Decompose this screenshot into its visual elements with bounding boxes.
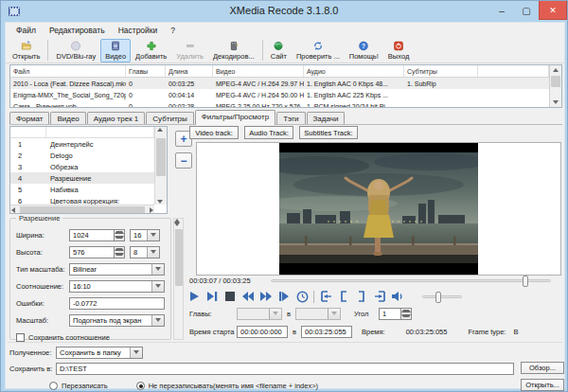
subtitles-track-button[interactable]: Subtitles Track: [299,126,358,139]
scroll-thumb[interactable] [156,138,166,176]
table-row[interactable]: Enigma-MMX_The_Social_Song_720p... 0 00:… [10,89,549,100]
height-mod-select[interactable]: 8 [130,246,160,258]
width-mod-select[interactable]: 16 [130,229,160,241]
filter-item-crop[interactable]: 3Обрезка [10,161,154,172]
zoom-select[interactable]: Подогнать под экран [69,314,165,327]
video-track-button[interactable]: Video track: [189,126,239,139]
table-row[interactable]: 2010 - Loca (Feat. Dizzee Rascal).mkv 0 … [10,78,549,89]
scroll-up-icon[interactable] [157,128,163,132]
chevron-down-icon[interactable] [151,281,164,292]
overwrite-radio[interactable] [49,382,58,390]
mark-in-icon[interactable] [319,290,332,303]
keep-ratio-checkbox[interactable] [16,333,25,342]
menu-settings[interactable]: Настройки [112,24,165,37]
tab-video[interactable]: Видео [50,112,85,125]
mark-out-icon[interactable] [373,290,386,303]
column-subtitles[interactable]: Субтитры [404,65,478,77]
end-time-input[interactable] [301,326,352,338]
start-time-input[interactable] [237,326,288,338]
minimize-button[interactable]: – [489,1,514,20]
bracket-close-icon[interactable] [355,290,368,303]
next-frame-icon[interactable] [205,290,219,303]
filter-item-delogo[interactable]: 2Delogo [10,150,154,161]
maximize-button[interactable]: ▢ [514,1,539,20]
scroll-thumb[interactable] [20,206,145,213]
play-icon[interactable] [187,290,201,303]
seek-slider[interactable] [271,279,551,282]
help-button[interactable]: ? Помощь! [345,39,383,62]
ratio-select[interactable]: 16:10 [69,280,165,293]
tab-audio-track-1[interactable]: Аудио трек 1 [87,112,146,125]
clock-icon[interactable] [295,290,309,303]
column-length[interactable]: Длина [166,65,213,77]
chevron-down-icon[interactable] [151,315,164,326]
column-chapters[interactable]: Главы [126,65,166,77]
website-button[interactable]: Сайт [266,39,292,62]
menu-help[interactable]: ? [164,24,182,37]
open-folder-button[interactable]: Открыть... [521,379,564,391]
tab-tasks[interactable]: Задачи [307,112,346,125]
chevron-down-icon[interactable] [151,264,164,275]
decode-button[interactable]: Декодиров... [208,39,259,62]
video-button[interactable]: Видео [100,39,131,62]
forward-icon[interactable] [259,290,273,303]
chevron-down-icon[interactable] [130,347,142,358]
seek-thumb[interactable] [523,276,528,287]
table-scrollbar[interactable] [549,65,561,107]
chevron-down-icon[interactable] [147,247,159,258]
output-mode-select[interactable]: Сохранить в папку [56,347,143,359]
tab-subtitles[interactable]: Субтитры [146,112,193,125]
scroll-right-icon[interactable] [150,207,153,213]
filter-item-padding[interactable]: 5Набивка [10,184,154,195]
check-updates-button[interactable]: Проверить ... [292,39,345,62]
rewind-icon[interactable] [241,290,255,303]
scroll-down-icon[interactable] [157,200,163,204]
menu-file[interactable]: Файл [9,24,43,37]
column-file[interactable]: Файл [10,65,126,77]
remove-filter-button[interactable]: − [175,152,192,169]
table-row[interactable]: Сама - Румыния.vob 0 00:02:28 MPEG-2 25.… [10,100,549,108]
angle-input[interactable] [379,308,401,320]
tab-format[interactable]: Формат [9,112,49,125]
settings-scrollbar[interactable] [173,218,184,340]
volume-thumb[interactable] [435,292,441,303]
width-stepper[interactable] [69,229,125,241]
column-audio[interactable]: Аудио [304,65,404,77]
filter-item-deinterlace[interactable]: 1Деинтерлейс [10,138,154,150]
height-input[interactable] [69,246,115,258]
save-path-input[interactable] [56,363,514,375]
open-button[interactable]: Открыть [8,39,44,62]
angle-stepper[interactable] [379,308,412,320]
no-overwrite-radio[interactable] [136,382,145,390]
scroll-down-icon[interactable] [174,223,183,226]
browse-button[interactable]: Обзор... [521,362,564,374]
filter-item-resolution[interactable]: 4Разрешение [10,172,154,184]
tab-filters-preview[interactable]: Фильтры/Просмотр [195,110,275,125]
chevron-down-icon[interactable] [147,230,159,241]
add-button[interactable]: Добавить [131,39,171,62]
column-video[interactable]: Видео [213,65,304,77]
bracket-open-icon[interactable] [337,290,350,303]
stop-icon[interactable] [223,290,237,303]
filter-list-hscrollbar[interactable] [10,205,154,213]
scroll-down-icon[interactable] [550,98,561,107]
width-input[interactable] [69,229,115,241]
scroll-thumb[interactable] [551,76,560,87]
height-stepper[interactable] [69,246,125,258]
tab-tags[interactable]: Тэги [276,112,305,125]
scroll-thumb[interactable] [175,229,183,286]
volume-icon[interactable] [391,290,404,303]
dvd-bluray-button[interactable]: DVD/Blu-ray [51,39,100,62]
scroll-up-icon[interactable] [550,65,561,75]
volume-slider[interactable] [422,295,462,298]
close-button[interactable]: ✕ [539,1,567,20]
audio-track-button[interactable]: Audio Track: [244,126,293,139]
exit-button[interactable]: Выход [383,39,414,62]
video-frame[interactable] [279,143,478,275]
scale-type-select[interactable]: Bilinear [69,263,165,276]
step-forward-icon[interactable] [277,290,291,303]
menu-edit[interactable]: Редактировать [43,24,112,37]
filter-list-vscrollbar[interactable] [154,127,167,205]
scroll-left-icon[interactable] [11,207,15,213]
error-input[interactable] [69,297,165,310]
